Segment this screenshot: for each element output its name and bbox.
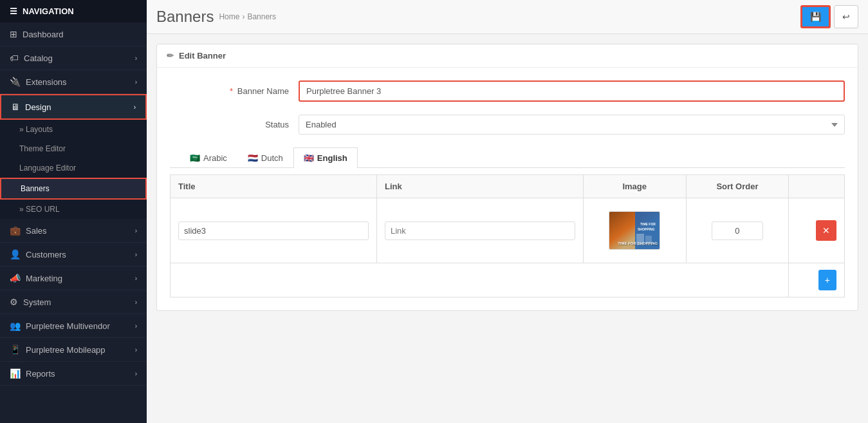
- sidebar-item-label: Reports: [26, 369, 55, 379]
- breadcrumb-home[interactable]: Home: [219, 12, 239, 21]
- sidebar-item-dashboard[interactable]: ⊞ Dashboard: [0, 23, 147, 46]
- tab-arabic-label: Arabic: [203, 153, 227, 163]
- title-input[interactable]: [178, 221, 369, 240]
- catalog-icon: 🏷: [10, 53, 19, 63]
- sales-icon: 💼: [10, 225, 21, 236]
- sidebar-item-sales[interactable]: 💼 Sales ›: [0, 219, 147, 243]
- col-actions: [789, 175, 845, 198]
- sidebar-item-label: Marketing: [26, 274, 62, 283]
- tab-dutch[interactable]: 🇳🇱 Dutch: [237, 147, 293, 168]
- nav-title: NAVIGATION: [23, 6, 74, 16]
- sidebar-item-label: Extensions: [26, 77, 67, 87]
- sidebar-item-banners[interactable]: Banners: [0, 178, 147, 200]
- title-cell: [171, 198, 377, 263]
- chevron-right-icon: ›: [135, 227, 137, 234]
- add-row-button[interactable]: +: [818, 270, 836, 290]
- sidebar-item-label: Design: [25, 102, 51, 112]
- sidebar-item-language-editor[interactable]: Language Editor: [0, 158, 147, 178]
- design-icon: 🖥: [11, 102, 20, 112]
- chevron-right-icon: ›: [135, 275, 137, 282]
- arabic-flag-icon: 🇸🇦: [190, 153, 200, 163]
- card-body: * Banner Name Status Enabled Disabled: [157, 68, 858, 310]
- banners-table: Title Link Image Sort Order: [170, 174, 845, 297]
- card-header: ✏ Edit Banner: [157, 44, 858, 68]
- page-title-area: Banners Home › Banners: [156, 8, 276, 26]
- marketing-icon: 📣: [10, 273, 21, 283]
- edit-banner-card: ✏ Edit Banner * Banner Name Status Enabl…: [156, 44, 858, 311]
- dashboard-icon: ⊞: [10, 29, 17, 39]
- col-title: Title: [171, 175, 377, 198]
- tab-english[interactable]: 🇬🇧 English: [293, 147, 358, 168]
- sort-order-input[interactable]: [712, 221, 763, 240]
- english-flag-icon: 🇬🇧: [304, 153, 314, 163]
- tab-arabic[interactable]: 🇸🇦 Arabic: [180, 147, 237, 168]
- status-label: Status: [170, 120, 299, 129]
- link-input[interactable]: [385, 221, 575, 240]
- sidebar-item-label: System: [23, 297, 51, 307]
- svg-rect-4: [636, 234, 644, 245]
- delete-row-button[interactable]: ✕: [816, 220, 836, 241]
- breadcrumb-current: Banners: [247, 12, 276, 21]
- tab-dutch-label: Dutch: [261, 153, 283, 163]
- sidebar: ☰ NAVIGATION ⊞ Dashboard 🏷 Catalog › 🔌 E…: [0, 0, 147, 423]
- banner-name-input[interactable]: [299, 80, 845, 102]
- back-button[interactable]: ↩: [834, 5, 858, 28]
- image-cell: TIME FOR SHOPPING: [583, 198, 686, 263]
- svg-text:TIME FOR: TIME FOR: [640, 222, 656, 226]
- banner-name-label: * Banner Name: [170, 86, 299, 96]
- main-content: Banners Home › Banners 💾 ↩ ✏ Edit Banner: [147, 0, 868, 423]
- nav-header: ☰ NAVIGATION: [0, 0, 147, 23]
- action-cell: ✕: [789, 198, 845, 263]
- extensions-icon: 🔌: [10, 77, 21, 87]
- sidebar-item-theme-editor[interactable]: Theme Editor: [0, 139, 147, 158]
- multivendor-icon: 👥: [10, 321, 21, 331]
- sidebar-item-label: Dashboard: [23, 30, 64, 39]
- sidebar-item-catalog[interactable]: 🏷 Catalog ›: [0, 46, 147, 70]
- status-group: Status Enabled Disabled: [170, 115, 845, 135]
- svg-rect-5: [645, 236, 652, 245]
- sidebar-item-layouts[interactable]: » Layouts: [0, 120, 147, 139]
- chevron-right-icon: ›: [135, 346, 137, 353]
- sidebar-sub-label: Banners: [21, 184, 50, 193]
- sidebar-sub-label: » SEO URL: [19, 205, 60, 214]
- link-cell: [376, 198, 583, 263]
- language-tabs: 🇸🇦 Arabic 🇳🇱 Dutch 🇬🇧 English: [170, 147, 845, 168]
- page-title: Banners: [156, 8, 214, 26]
- status-select[interactable]: Enabled Disabled: [299, 115, 845, 135]
- hamburger-icon: ☰: [10, 6, 17, 16]
- pencil-icon: ✏: [167, 51, 174, 61]
- chevron-right-icon: ›: [135, 79, 137, 86]
- sidebar-item-extensions[interactable]: 🔌 Extensions ›: [0, 70, 147, 94]
- content-area: ✏ Edit Banner * Banner Name Status Enabl…: [147, 34, 868, 423]
- sidebar-item-purpletree-mobileapp[interactable]: 📱 Purpletree Mobileapp ›: [0, 338, 147, 362]
- chevron-right-icon: ›: [135, 251, 137, 258]
- dutch-flag-icon: 🇳🇱: [248, 153, 258, 163]
- sidebar-item-label: Catalog: [24, 53, 53, 63]
- mobileapp-icon: 📱: [10, 344, 21, 355]
- chevron-right-icon: ›: [135, 323, 137, 330]
- col-sort-order: Sort Order: [686, 175, 789, 198]
- sidebar-item-design[interactable]: 🖥 Design ›: [0, 94, 147, 120]
- card-title: Edit Banner: [179, 51, 226, 61]
- chevron-right-icon: ›: [135, 55, 137, 62]
- toolbar-actions: 💾 ↩: [800, 5, 858, 28]
- add-row: +: [171, 263, 845, 297]
- design-submenu: » Layouts Theme Editor Language Editor B…: [0, 120, 147, 219]
- sidebar-item-label: Purpletree Mobileapp: [26, 345, 106, 355]
- system-icon: ⚙: [10, 297, 18, 307]
- sidebar-item-purpletree-multivendor[interactable]: 👥 Purpletree Multivendor ›: [0, 314, 147, 338]
- sidebar-item-system[interactable]: ⚙ System ›: [0, 290, 147, 314]
- sidebar-item-seo-url[interactable]: » SEO URL: [0, 200, 147, 219]
- sidebar-item-customers[interactable]: 👤 Customers ›: [0, 243, 147, 267]
- breadcrumb-separator: ›: [242, 12, 245, 21]
- sort-order-cell: [686, 198, 789, 263]
- sidebar-item-label: Sales: [26, 226, 47, 236]
- sidebar-item-reports[interactable]: 📊 Reports ›: [0, 362, 147, 386]
- sidebar-item-label: Purpletree Multivendor: [26, 321, 110, 331]
- save-button[interactable]: 💾: [800, 5, 831, 28]
- sidebar-item-marketing[interactable]: 📣 Marketing ›: [0, 267, 147, 290]
- breadcrumb: Home › Banners: [219, 12, 276, 21]
- image-thumbnail[interactable]: TIME FOR SHOPPING: [609, 211, 660, 250]
- chevron-right-icon: ›: [135, 370, 137, 377]
- sidebar-sub-label: Language Editor: [19, 164, 76, 173]
